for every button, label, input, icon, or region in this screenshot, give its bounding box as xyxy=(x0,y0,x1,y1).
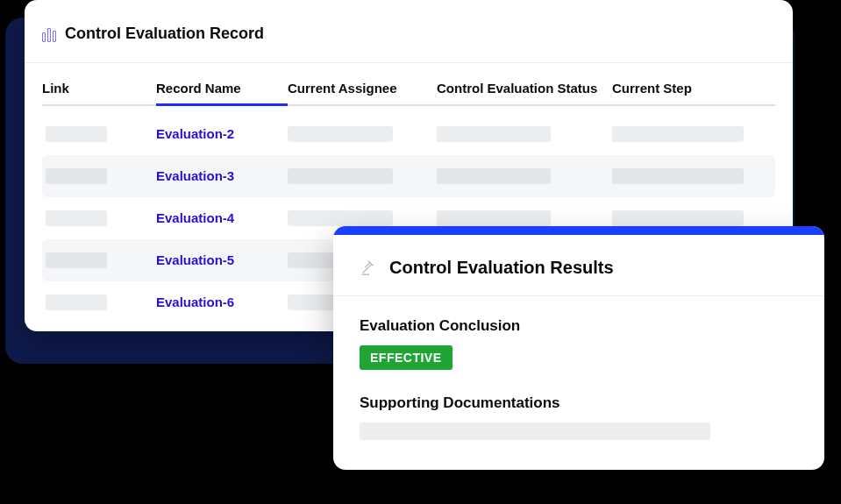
placeholder xyxy=(46,126,107,142)
col-record-name[interactable]: Record Name xyxy=(156,81,288,106)
record-name-link[interactable]: Evaluation-4 xyxy=(156,210,234,225)
cell-link xyxy=(42,168,156,184)
cell-link xyxy=(42,126,156,142)
panel-title: Control Evaluation Record xyxy=(65,25,264,43)
result-body: Evaluation Conclusion EFFECTIVE Supporti… xyxy=(333,296,824,470)
cell-record-name: Evaluation-5 xyxy=(156,252,288,268)
panel-header: Control Evaluation Record xyxy=(25,0,793,63)
record-name-link[interactable]: Evaluation-5 xyxy=(156,252,234,267)
supporting-doc-placeholder xyxy=(360,422,710,440)
placeholder xyxy=(46,295,107,310)
placeholder xyxy=(437,168,551,184)
col-step[interactable]: Current Step xyxy=(612,81,775,106)
conclusion-label: Evaluation Conclusion xyxy=(360,317,798,335)
placeholder xyxy=(288,168,393,184)
result-accent-bar xyxy=(333,226,824,235)
placeholder xyxy=(612,126,744,142)
table-row: Evaluation-3 xyxy=(42,155,775,197)
supporting-docs-label: Supporting Documentations xyxy=(360,394,798,412)
table-row: Evaluation-2 xyxy=(42,113,775,155)
placeholder xyxy=(612,210,744,226)
placeholder xyxy=(288,210,393,226)
gavel-icon xyxy=(360,259,379,278)
col-status[interactable]: Control Evaluation Status xyxy=(437,81,612,106)
record-name-link[interactable]: Evaluation-6 xyxy=(156,295,234,309)
placeholder xyxy=(46,210,107,226)
result-title: Control Evaluation Results xyxy=(389,258,614,278)
placeholder xyxy=(437,210,551,226)
cell-assignee xyxy=(288,210,437,226)
conclusion-badge: EFFECTIVE xyxy=(360,345,453,370)
col-link[interactable]: Link xyxy=(42,81,156,106)
placeholder xyxy=(612,168,744,184)
table-header-row: Link Record Name Current Assignee Contro… xyxy=(42,63,775,106)
cell-step xyxy=(612,126,775,142)
cell-record-name: Evaluation-2 xyxy=(156,126,288,142)
cell-record-name: Evaluation-3 xyxy=(156,168,288,184)
cell-step xyxy=(612,168,775,184)
bar-chart-icon xyxy=(42,26,56,42)
record-name-link[interactable]: Evaluation-2 xyxy=(156,126,234,141)
evaluation-results-card: Control Evaluation Results Evaluation Co… xyxy=(333,226,824,470)
cell-status xyxy=(437,126,612,142)
record-name-link[interactable]: Evaluation-3 xyxy=(156,168,234,183)
cell-assignee xyxy=(288,126,437,142)
cell-record-name: Evaluation-4 xyxy=(156,210,288,226)
cell-link xyxy=(42,295,156,310)
cell-step xyxy=(612,210,775,226)
cell-assignee xyxy=(288,168,437,184)
placeholder xyxy=(46,252,107,268)
result-header: Control Evaluation Results xyxy=(333,235,824,296)
placeholder xyxy=(288,126,393,142)
placeholder xyxy=(437,126,551,142)
placeholder xyxy=(46,168,107,184)
cell-status xyxy=(437,168,612,184)
cell-record-name: Evaluation-6 xyxy=(156,295,288,310)
cell-link xyxy=(42,210,156,226)
cell-status xyxy=(437,210,612,226)
col-assignee[interactable]: Current Assignee xyxy=(288,81,437,106)
cell-link xyxy=(42,252,156,268)
